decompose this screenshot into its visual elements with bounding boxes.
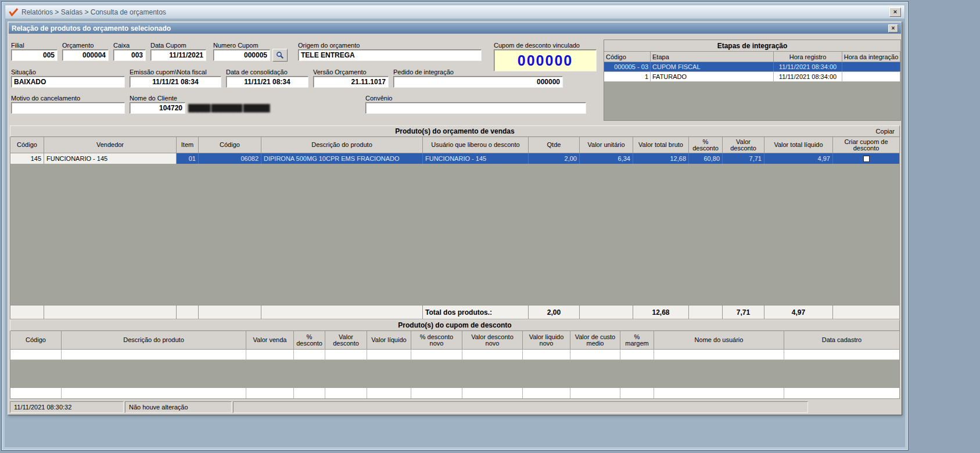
status-extra-panel (233, 401, 808, 413)
data-cupom-field: Data Cupom 11/11/2021 (150, 42, 206, 61)
cell: FUNCIONARIO - 145 (44, 153, 177, 164)
cell (62, 350, 246, 359)
cell (246, 350, 294, 359)
close-icon[interactable]: × (888, 24, 898, 33)
situacao-input[interactable]: BAIXADO (11, 76, 125, 88)
products-total-row: Total dos produtos.: 2,00 12,68 7,71 4,9… (10, 305, 900, 319)
cell: 11/11/2021 08:34:00 (774, 72, 842, 81)
cell (325, 388, 367, 398)
discount-empty-row (10, 388, 899, 398)
col-header: Hora da integração (842, 52, 900, 62)
origem-field: Origem do orçamento TELE ENTREGA (298, 42, 482, 61)
integration-steps-empty-area (604, 82, 900, 120)
discount-grid: Código Descrição do produto Valor venda … (10, 331, 900, 399)
cell (570, 388, 620, 398)
cell (411, 388, 462, 398)
cell: 6,34 (580, 153, 633, 164)
search-button[interactable] (272, 49, 288, 62)
integration-step-row[interactable]: 1 FATURADO 11/11/2021 08:34:00 (604, 72, 900, 82)
col-header: Valor liquido novo (523, 331, 570, 349)
dialog-title: Relação de produtos do orçamento selecio… (12, 24, 171, 33)
col-header: Data cadastro (784, 331, 899, 349)
data-cupom-input[interactable]: 11/11/2021 (150, 49, 206, 61)
pedido-integracao-input[interactable]: 000000 (393, 76, 563, 88)
cell (689, 305, 723, 319)
cliente-name-masked: █████ ███████ ██████ (185, 102, 270, 114)
col-header: % desconto (294, 331, 325, 349)
close-icon[interactable]: × (889, 8, 901, 17)
cell (199, 305, 261, 319)
cell (654, 388, 784, 398)
copy-button[interactable]: Copiar (876, 128, 895, 135)
cliente-code-input[interactable]: 104720 (130, 102, 185, 114)
products-header-row: Código Vendedor Item Código Descrição do… (10, 137, 900, 153)
situacao-field: Situação BAIXADO (11, 69, 125, 88)
cupom-vinculado-label: Cupom de desconto vinculado (494, 42, 597, 49)
emissao-input[interactable]: 11/11/21 08:34 (130, 76, 221, 88)
dialog-titlebar: Relação de produtos do orçamento selecio… (9, 23, 901, 34)
cell (261, 305, 423, 319)
cell (654, 350, 784, 359)
cell: FATURADO (651, 72, 774, 81)
motivo-cancelamento-input[interactable] (11, 102, 125, 114)
col-header: Descrição do produto (62, 331, 246, 349)
products-section-bar: Produto(s) do orçamento de vendas Copiar (10, 125, 900, 137)
pedido-integracao-label: Pedido de integração (393, 69, 563, 76)
col-header: % desconto novo (411, 331, 462, 349)
cell (462, 388, 523, 398)
caixa-input[interactable]: 003 (113, 49, 146, 61)
col-header: Valor total bruto (633, 137, 689, 153)
orcamento-input[interactable]: 000004 (62, 49, 109, 61)
total-desconto: 7,71 (723, 305, 764, 319)
cell (842, 72, 900, 81)
integration-steps-header: Código Etapa Hora registro Hora da integ… (604, 52, 900, 62)
col-header: Código (10, 331, 62, 349)
motivo-cancelamento-label: Motivo do cancelamento (11, 95, 125, 102)
cell (842, 62, 900, 71)
col-header: % margem (620, 331, 654, 349)
status-bar: 11/11/2021 08:30:32 Não houve alteração (10, 401, 900, 413)
motivo-cancelamento-field: Motivo do cancelamento (11, 95, 125, 114)
origem-label: Origem do orçamento (298, 42, 482, 49)
filial-input[interactable]: 005 (11, 49, 58, 61)
cliente-field: Nome do Cliente 104720 █████ ███████ ███… (130, 95, 362, 114)
col-header: Valor unitário (580, 137, 633, 153)
create-coupon-checkbox[interactable] (863, 156, 870, 162)
col-header: Valor venda (246, 331, 294, 349)
form-region: Filial 005 Orçamento 000004 Caixa 003 Da… (10, 35, 900, 125)
cell: 145 (10, 153, 44, 164)
consolidacao-field: Data de consolidação 11/11/21 08:34 (226, 69, 308, 88)
emissao-field: Emissão cupom\Nota fiscal 11/11/21 08:34 (130, 69, 221, 88)
products-grid-body: 145 FUNCIONARIO - 145 01 06082 DIPIRONA … (10, 153, 900, 305)
cell: 06082 (199, 153, 261, 164)
cell (177, 305, 199, 319)
total-label: Total dos produtos.: (423, 305, 529, 319)
cell: DIPIRONA 500MG 10CPR EMS FRACIONADO (261, 153, 423, 164)
cell (833, 153, 899, 164)
cell (523, 350, 570, 359)
data-cupom-label: Data Cupom (150, 42, 206, 49)
discount-empty-row (10, 350, 899, 360)
col-header: Valor total líquido (764, 137, 833, 153)
cell (620, 388, 654, 398)
app-logo-icon (9, 8, 18, 16)
consolidacao-input[interactable]: 11/11/21 08:34 (226, 76, 308, 88)
cell: 4,97 (764, 153, 833, 164)
convenio-input[interactable] (365, 102, 586, 114)
versao-label: Versão Orçamento (313, 69, 389, 76)
cell (10, 350, 62, 359)
cupom-vinculado-field: Cupom de desconto vinculado 000000 (494, 42, 597, 71)
integration-step-row[interactable]: 000005 - 03 CUPOM FISCAL 11/11/2021 08:3… (604, 62, 900, 72)
convenio-field: Convênio (365, 95, 586, 114)
versao-input[interactable]: 21.11.1017 (313, 76, 389, 88)
origem-input[interactable]: TELE ENTREGA (298, 49, 482, 61)
total-qtde: 2,00 (529, 305, 580, 319)
col-header: Valor líquido (367, 331, 411, 349)
product-row[interactable]: 145 FUNCIONARIO - 145 01 06082 DIPIRONA … (10, 153, 899, 164)
cell (62, 388, 246, 398)
col-header: Nome do usuário (654, 331, 784, 349)
orcamento-field: Orçamento 000004 (62, 42, 109, 61)
convenio-label: Convênio (365, 95, 586, 102)
numero-cupom-input[interactable]: 000005 (213, 49, 270, 61)
cell: 2,00 (529, 153, 580, 164)
